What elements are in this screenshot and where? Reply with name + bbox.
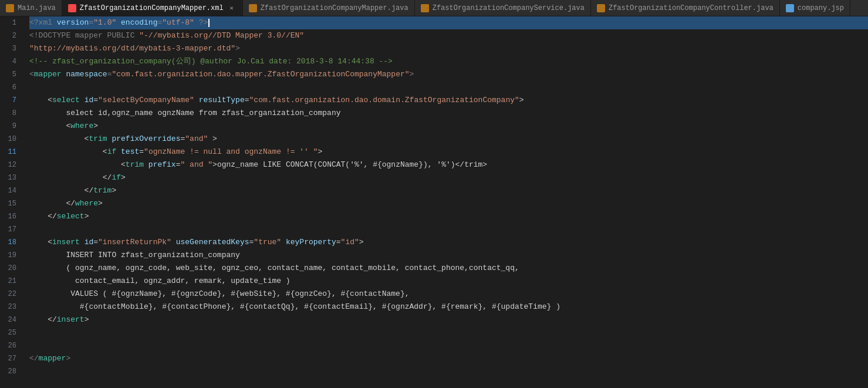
line-number: 9 xyxy=(5,120,16,133)
tab-icon-java xyxy=(6,4,14,12)
code-line-18: <insert id="insertReturnPk" useGenerated… xyxy=(29,236,868,249)
line-number: 4 xyxy=(5,55,16,68)
code-line-4: <!-- zfast_organization_company(公司) @aut… xyxy=(29,55,868,68)
line-number: 17 xyxy=(5,223,16,236)
line-number: 27 xyxy=(5,352,16,365)
code-line-12: <trim prefix=" and ">ognz_name LIKE CONC… xyxy=(29,158,868,171)
code-line-16: </select> xyxy=(29,210,868,223)
line-number: 6 xyxy=(5,81,16,94)
tab-icon-jsp xyxy=(786,4,794,12)
code-line-7: <select id="selectByCompanyName" resultT… xyxy=(29,94,868,107)
code-line-5: <mapper namespace="com.fast.organization… xyxy=(29,68,868,81)
tab-company-jsp[interactable]: company.jsp xyxy=(780,0,850,16)
line-number: 16 xyxy=(5,210,16,223)
code-line-2: <!DOCTYPE mapper PUBLIC "-//mybatis.org/… xyxy=(29,29,868,42)
tab-bar: Main.java ZfastOrganizationCompanyMapper… xyxy=(0,0,868,16)
tab-icon-java xyxy=(421,4,429,12)
line-number: 20 xyxy=(5,262,16,275)
line-number: 13 xyxy=(5,171,16,184)
code-line-22: VALUES ( #{ognzName}, #{ognzCode}, #{web… xyxy=(29,288,868,301)
code-line-23: #{contactMobile}, #{contactPhone}, #{con… xyxy=(29,301,868,313)
code-line-27: </mapper> xyxy=(29,352,868,365)
line-number: 26 xyxy=(5,339,16,352)
tab-mapper-java[interactable]: ZfastOrganizationCompanyMapper.java xyxy=(243,0,415,16)
line-numbers: 1 2 3 4 5 6 7 8 9 10 11 12 13 14 15 16 1… xyxy=(0,16,23,388)
tab-mapper-xml[interactable]: ZfastOrganizationCompanyMapper.xml ✕ xyxy=(62,0,243,16)
line-number: 15 xyxy=(5,197,16,210)
code-line-15: </where> xyxy=(29,197,868,210)
line-number: 5 xyxy=(5,68,16,81)
line-number: 7 xyxy=(5,94,16,107)
code-line-10: <trim prefixOverrides="and" > xyxy=(29,133,868,146)
code-line-17 xyxy=(29,223,868,236)
tab-label: Main.java xyxy=(18,4,56,12)
line-number: 12 xyxy=(5,158,16,171)
code-line-26 xyxy=(29,339,868,352)
code-line-1: <?xml version="1.0" encoding="utf-8" ?> xyxy=(29,16,868,29)
line-number: 23 xyxy=(5,301,16,313)
tab-label: ZfastOrganizationCompanyService.java xyxy=(433,4,585,12)
code-area[interactable]: <?xml version="1.0" encoding="utf-8" ?> … xyxy=(23,16,868,388)
tab-service-java[interactable]: ZfastOrganizationCompanyService.java xyxy=(415,0,591,16)
code-line-28 xyxy=(29,365,868,378)
editor: 1 2 3 4 5 6 7 8 9 10 11 12 13 14 15 16 1… xyxy=(0,16,868,388)
tab-label: ZfastOrganizationCompanyController.java xyxy=(609,4,774,12)
line-number: 22 xyxy=(5,288,16,301)
code-line-11: <if test="ognzName != null and ognzName … xyxy=(29,146,868,158)
code-line-24: </insert> xyxy=(29,313,868,326)
line-number: 10 xyxy=(5,133,16,146)
line-number: 8 xyxy=(5,107,16,120)
tab-icon-xml xyxy=(68,4,76,12)
tab-controller-java[interactable]: ZfastOrganizationCompanyController.java xyxy=(591,0,780,16)
line-number: 11 xyxy=(5,146,16,158)
code-line-20: ( ognz_name, ognz_code, web_site, ognz_c… xyxy=(29,262,868,275)
code-line-8: select id,ognz_name ognzName from zfast_… xyxy=(29,107,868,120)
code-line-21: contact_email, ognz_addr, remark, update… xyxy=(29,275,868,288)
line-number: 1 xyxy=(5,16,16,29)
line-number: 2 xyxy=(5,29,16,42)
tab-label: company.jsp xyxy=(798,4,844,12)
line-number: 3 xyxy=(5,42,16,55)
tab-icon-java xyxy=(597,4,605,12)
tab-main-java[interactable]: Main.java xyxy=(0,0,62,16)
line-number: 18 xyxy=(5,236,16,249)
code-line-3: "http://mybatis.org/dtd/mybatis-3-mapper… xyxy=(29,42,868,55)
code-line-25 xyxy=(29,326,868,339)
code-line-9: <where> xyxy=(29,120,868,133)
code-line-6 xyxy=(29,81,868,94)
line-number: 21 xyxy=(5,275,16,288)
code-line-19: INSERT INTO zfast_organization_company xyxy=(29,249,868,262)
line-number: 14 xyxy=(5,184,16,197)
tab-icon-java xyxy=(249,4,257,12)
line-number: 25 xyxy=(5,326,16,339)
close-icon[interactable]: ✕ xyxy=(227,4,237,13)
line-number: 24 xyxy=(5,313,16,326)
tab-label: ZfastOrganizationCompanyMapper.xml xyxy=(80,4,224,12)
code-line-13: </if> xyxy=(29,171,868,184)
code-line-14: </trim> xyxy=(29,184,868,197)
line-number: 28 xyxy=(5,365,16,378)
tab-label: ZfastOrganizationCompanyMapper.java xyxy=(261,4,408,12)
line-number: 19 xyxy=(5,249,16,262)
